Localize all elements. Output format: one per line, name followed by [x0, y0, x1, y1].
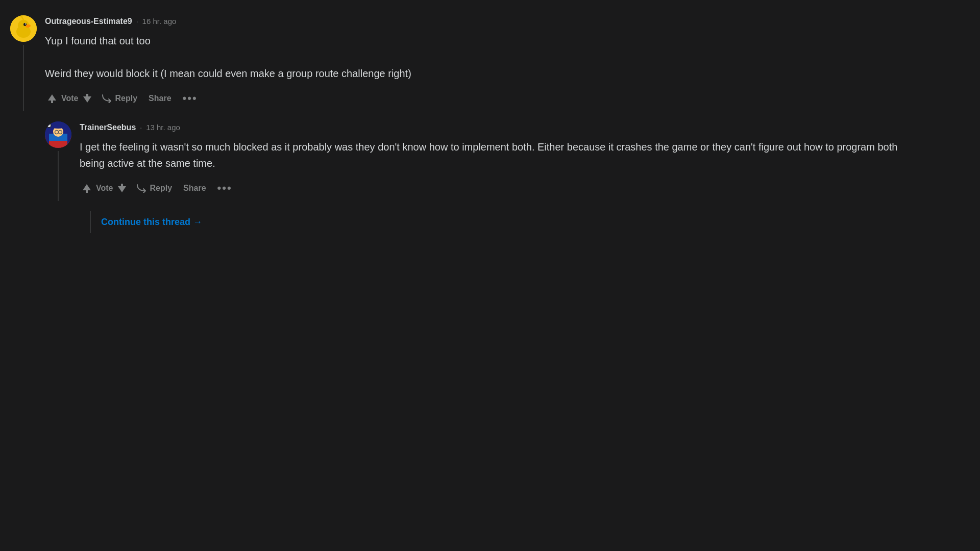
downvote-icon-1 — [82, 93, 92, 104]
downvote-button-2[interactable] — [115, 181, 129, 195]
comment-2-header: TrainerSeebus · 13 hr. ago — [80, 121, 909, 134]
comment-2-actions: Vote Reply — [80, 180, 909, 197]
upvote-button-2[interactable] — [80, 181, 94, 195]
svg-point-4 — [25, 23, 26, 24]
svg-rect-9 — [86, 94, 88, 96]
comment-1-actions: Vote Reply Share — [45, 90, 909, 107]
share-label-1: Share — [149, 94, 171, 103]
comment-1-header: Outrageous-Estimate9 · 16 hr. ago — [45, 15, 909, 28]
timestamp-2: 13 hr. ago — [146, 122, 180, 134]
comment-1-line2: Weird they would block it (I mean could … — [45, 65, 909, 82]
share-button-2[interactable]: Share — [179, 182, 210, 195]
comment-thread: Outrageous-Estimate9 · 16 hr. ago Yup I … — [0, 10, 919, 233]
comment-1-line1: Yup I found that out too — [45, 33, 909, 49]
continue-thread-link[interactable]: Continue this thread → — [90, 211, 909, 233]
svg-rect-8 — [51, 101, 53, 103]
vote-label-1: Vote — [61, 92, 78, 105]
more-button-1[interactable]: ••• — [179, 90, 202, 107]
svg-point-7 — [20, 15, 22, 17]
more-label-2: ••• — [217, 182, 232, 195]
comment-1: Outrageous-Estimate9 · 16 hr. ago Yup I … — [10, 10, 909, 116]
avatar-outrageous — [10, 15, 37, 42]
more-label-1: ••• — [183, 92, 198, 105]
svg-rect-16 — [54, 124, 62, 128]
vote-section-2: Vote — [80, 181, 129, 195]
svg-rect-21 — [86, 190, 88, 193]
separator-1: · — [136, 16, 138, 27]
downvote-icon-2 — [117, 183, 127, 193]
continue-thread-container: Continue this thread → — [45, 211, 909, 233]
thread-line-1 — [23, 45, 24, 111]
comment-1-left — [10, 15, 37, 111]
reply-button-2[interactable]: Reply — [132, 182, 176, 195]
reply-label-2: Reply — [150, 184, 172, 193]
vote-label-2: Vote — [96, 182, 113, 194]
svg-point-20 — [47, 123, 51, 128]
comment-2-left — [45, 121, 71, 201]
thread-line-2 — [58, 151, 59, 201]
timestamp-1: 16 hr. ago — [142, 16, 177, 28]
downvote-button-1[interactable] — [80, 91, 94, 106]
share-label-2: Share — [183, 184, 206, 193]
upvote-icon-1 — [47, 93, 57, 104]
more-button-2[interactable]: ••• — [213, 180, 236, 197]
comment-1-body: Yup I found that out too Weird they woul… — [45, 33, 909, 82]
separator-2: · — [140, 122, 142, 133]
comment-1-content: Outrageous-Estimate9 · 16 hr. ago Yup I … — [45, 15, 909, 111]
comment-2-text: I get the feeling it wasn't so much bloc… — [80, 139, 909, 171]
nested-comment-container: TrainerSeebus · 13 hr. ago I get the fee… — [10, 116, 909, 233]
upvote-button-1[interactable] — [45, 91, 59, 106]
username-trainer[interactable]: TrainerSeebus — [80, 121, 136, 134]
comment-2: TrainerSeebus · 13 hr. ago I get the fee… — [45, 116, 909, 206]
comment-2-body: I get the feeling it wasn't so much bloc… — [80, 139, 909, 171]
reply-icon-1 — [102, 94, 112, 103]
avatar-trainer — [45, 121, 71, 148]
vote-section-1: Vote — [45, 91, 94, 106]
reply-button-1[interactable]: Reply — [97, 92, 141, 105]
reply-label-1: Reply — [115, 94, 137, 103]
share-button-1[interactable]: Share — [144, 92, 175, 105]
upvote-icon-2 — [82, 183, 92, 193]
username-outrageous[interactable]: Outrageous-Estimate9 — [45, 15, 132, 28]
svg-rect-22 — [121, 184, 123, 186]
comment-2-content: TrainerSeebus · 13 hr. ago I get the fee… — [80, 121, 909, 201]
reply-icon-2 — [136, 184, 146, 193]
